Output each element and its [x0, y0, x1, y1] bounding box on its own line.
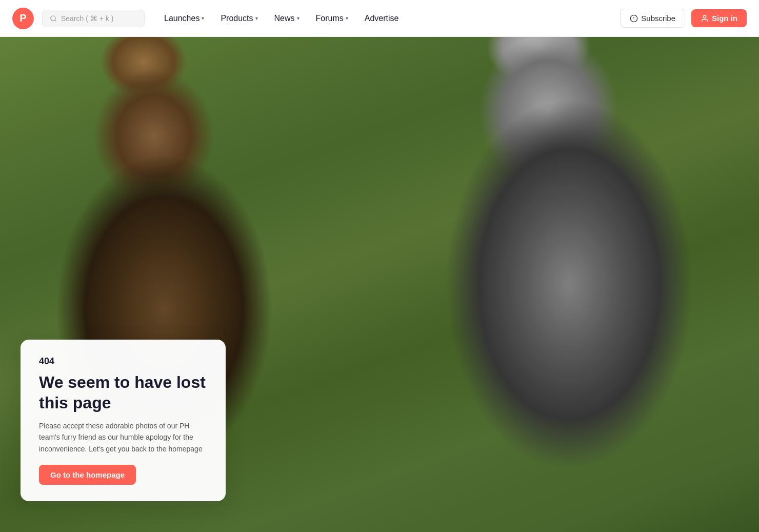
nav-item-news[interactable]: News ▾ [267, 10, 307, 27]
nav-links: Launches ▾ Products ▾ News ▾ Forums ▾ Ad… [157, 10, 616, 27]
chevron-down-icon: ▾ [346, 15, 348, 21]
go-to-homepage-button[interactable]: Go to the homepage [39, 465, 136, 485]
search-icon [50, 15, 57, 22]
background-image: 404 We seem to have lost this page Pleas… [0, 37, 759, 532]
nav-item-products[interactable]: Products ▾ [213, 10, 265, 27]
nav-forums-label: Forums [316, 14, 344, 23]
nav-item-launches[interactable]: Launches ▾ [157, 10, 211, 27]
chevron-down-icon: ▾ [255, 15, 258, 21]
signin-button[interactable]: Sign in [691, 9, 747, 27]
error-description: Please accept these adorable photos of o… [39, 420, 207, 455]
error-code: 404 [39, 356, 207, 367]
nav-launches-label: Launches [164, 14, 199, 23]
subscribe-label: Subscribe [641, 14, 675, 23]
navbar: P Search ( ⌘ + k ) Launches ▾ Products ▾… [0, 0, 759, 37]
search-placeholder: Search ( ⌘ + k ) [61, 14, 113, 23]
nav-item-forums[interactable]: Forums ▾ [309, 10, 355, 27]
email-icon [630, 14, 638, 23]
user-icon [701, 14, 709, 23]
svg-point-0 [51, 15, 55, 20]
error-card: 404 We seem to have lost this page Pleas… [21, 340, 226, 501]
nav-item-advertise[interactable]: Advertise [357, 10, 406, 27]
subscribe-button[interactable]: Subscribe [620, 9, 685, 28]
nav-products-label: Products [221, 14, 253, 23]
error-title: We seem to have lost this page [39, 372, 207, 413]
chevron-down-icon: ▾ [297, 15, 299, 21]
chevron-down-icon: ▾ [202, 15, 204, 21]
logo[interactable]: P [12, 8, 34, 29]
logo-icon[interactable]: P [12, 8, 34, 29]
signin-label: Sign in [712, 14, 737, 23]
svg-point-2 [703, 15, 706, 18]
nav-advertise-label: Advertise [365, 14, 399, 23]
search-box[interactable]: Search ( ⌘ + k ) [42, 10, 145, 27]
nav-actions: Subscribe Sign in [620, 9, 747, 28]
nav-news-label: News [274, 14, 295, 23]
